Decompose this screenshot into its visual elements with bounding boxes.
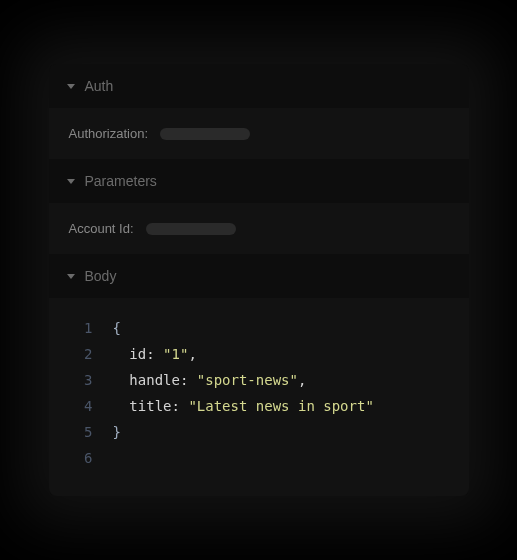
parameters-section-body: Account Id: — [49, 203, 469, 254]
code-line: 6 — [69, 446, 449, 472]
line-content: } — [113, 420, 121, 446]
line-number: 2 — [69, 342, 93, 368]
body-section-title: Body — [85, 268, 117, 284]
line-number: 5 — [69, 420, 93, 446]
code-line: 5} — [69, 420, 449, 446]
line-number: 1 — [69, 316, 93, 342]
line-content: id: "1", — [113, 342, 197, 368]
account-id-label: Account Id: — [69, 221, 134, 236]
authorization-input[interactable] — [160, 128, 250, 140]
line-number: 4 — [69, 394, 93, 420]
line-content: { — [113, 316, 121, 342]
body-code-editor[interactable]: 1{2 id: "1",3 handle: "sport-news",4 tit… — [49, 298, 469, 495]
code-line: 3 handle: "sport-news", — [69, 368, 449, 394]
auth-section-header[interactable]: Auth — [49, 64, 469, 108]
chevron-down-icon — [67, 84, 75, 89]
code-line: 2 id: "1", — [69, 342, 449, 368]
parameters-section-title: Parameters — [85, 173, 157, 189]
account-id-field-row: Account Id: — [69, 221, 449, 236]
line-content: title: "Latest news in sport" — [113, 394, 374, 420]
line-number: 3 — [69, 368, 93, 394]
line-number: 6 — [69, 446, 93, 472]
chevron-down-icon — [67, 179, 75, 184]
parameters-section-header[interactable]: Parameters — [49, 159, 469, 203]
auth-section-title: Auth — [85, 78, 114, 94]
auth-section-body: Authorization: — [49, 108, 469, 159]
line-content: handle: "sport-news", — [113, 368, 307, 394]
authorization-field-row: Authorization: — [69, 126, 449, 141]
body-section-header[interactable]: Body — [49, 254, 469, 298]
code-line: 4 title: "Latest news in sport" — [69, 394, 449, 420]
code-line: 1{ — [69, 316, 449, 342]
request-panel: Auth Authorization: Parameters Account I… — [49, 64, 469, 495]
chevron-down-icon — [67, 274, 75, 279]
authorization-label: Authorization: — [69, 126, 149, 141]
account-id-input[interactable] — [146, 223, 236, 235]
